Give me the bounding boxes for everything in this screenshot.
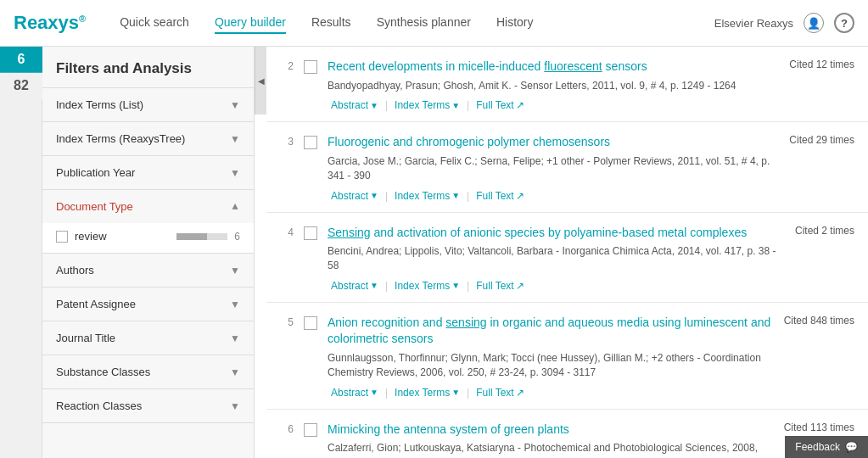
chevron-down-icon: ▼ xyxy=(451,101,460,110)
nav-query-builder[interactable]: Query builder xyxy=(215,12,286,34)
result-cited: Cited 29 times xyxy=(789,134,854,203)
nav-synthesis-planner[interactable]: Synthesis planner xyxy=(377,12,471,34)
nav-right: Elsevier Reaxys 👤 ? xyxy=(714,13,854,33)
result-title[interactable]: Mimicking the antenna system of green pl… xyxy=(328,422,774,438)
nav-quick-search[interactable]: Quick search xyxy=(120,12,189,34)
chevron-down-icon: ▼ xyxy=(451,281,460,290)
filter-authors-header[interactable]: Authors ▼ xyxy=(42,254,254,287)
result-checkbox[interactable] xyxy=(304,316,317,330)
external-link-icon: ↗ xyxy=(516,387,524,399)
result-cited: Cited 848 times xyxy=(784,315,854,400)
chevron-down-icon: ▼ xyxy=(230,99,240,111)
result-number: 4 xyxy=(280,225,294,293)
chevron-down-icon: ▼ xyxy=(230,299,240,310)
result-meta: Gunnlaugsson, Thorfinnur; Glynn, Mark; T… xyxy=(328,351,774,380)
result-checkbox[interactable] xyxy=(304,226,317,240)
full-text-button[interactable]: Full Text ↗ xyxy=(473,385,527,400)
abstract-button[interactable]: Abstract ▼ xyxy=(328,98,382,113)
filter-patent-assignee-header[interactable]: Patent Assignee ▼ xyxy=(42,288,254,321)
layout: 6 82 Filters and Analysis Index Terms (L… xyxy=(0,47,868,458)
chevron-down-icon: ▼ xyxy=(230,332,240,344)
result-authors: Calzaferri, Gion; Lutkouskaya, Katsiaryn… xyxy=(328,442,515,454)
chevron-down-icon: ▼ xyxy=(230,133,240,145)
filter-document-type-header[interactable]: Document Type ▼ xyxy=(42,190,254,223)
filter-publication-year-header[interactable]: Publication Year ▼ xyxy=(42,156,254,189)
abstract-button[interactable]: Abstract ▼ xyxy=(328,188,382,204)
result-cited: Cited 12 times xyxy=(789,59,854,113)
result-meta: Garcia, Jose M.; Garcia, Felix C.; Serna… xyxy=(328,154,779,183)
index-terms-button[interactable]: Index Terms ▼ xyxy=(391,98,463,113)
chevron-down-icon: ▼ xyxy=(230,265,240,276)
full-text-button[interactable]: Full Text ↗ xyxy=(473,188,527,204)
filter-index-terms-tree-header[interactable]: Index Terms (ReaxysTree) ▼ xyxy=(42,122,254,155)
result-number: 5 xyxy=(280,315,294,400)
count-tabs: 6 82 xyxy=(0,47,42,458)
chevron-down-icon: ▼ xyxy=(451,191,460,200)
filter-bar-review xyxy=(176,233,227,240)
result-authors: Garcia, Jose M.; Garcia, Felix C.; Serna… xyxy=(328,155,584,167)
result-actions: Abstract ▼ | Index Terms ▼ | Full Text ↗ xyxy=(328,98,779,113)
highlight: Sensing xyxy=(328,226,371,239)
abstract-button[interactable]: Abstract ▼ xyxy=(328,385,382,400)
result-authors: Bandyopadhyay, Prasun; Ghosh, Amit K. xyxy=(328,80,512,92)
filter-document-type-body: review 6 xyxy=(42,223,254,253)
filter-journal-title-header[interactable]: Journal Title ▼ xyxy=(42,321,254,355)
results-list: 2 Recent developments in micelle-induced… xyxy=(266,47,868,458)
chevron-down-icon: ▼ xyxy=(370,101,378,110)
count-tab-6[interactable]: 6 xyxy=(0,47,42,73)
result-authors: Gunnlaugsson, Thorfinnur; Glynn, Mark; T… xyxy=(328,352,694,364)
nav-user-label: Elsevier Reaxys xyxy=(714,17,793,30)
help-icon[interactable]: ? xyxy=(834,13,854,33)
abstract-button[interactable]: Abstract ▼ xyxy=(328,278,382,293)
chevron-down-icon: ▼ xyxy=(230,366,240,378)
filter-substance-classes: Substance Classes ▼ xyxy=(42,355,254,389)
result-source: Sensor Letters, 2011, vol. 9, # 4, p. 12… xyxy=(520,80,736,92)
result-checkbox[interactable] xyxy=(304,423,317,437)
index-terms-button[interactable]: Index Terms ▼ xyxy=(391,278,463,293)
nav-history[interactable]: History xyxy=(496,12,534,34)
table-row: 3 Fluorogenic and chromogenic polymer ch… xyxy=(266,122,868,212)
chevron-down-icon: ▼ xyxy=(370,191,378,200)
sidebar: Filters and Analysis Index Terms (List) … xyxy=(42,47,255,458)
result-body: Mimicking the antenna system of green pl… xyxy=(328,422,774,458)
result-checkbox[interactable] xyxy=(304,60,317,74)
feedback-button[interactable]: Feedback 💬 xyxy=(785,436,868,458)
feedback-icon: 💬 xyxy=(845,441,858,453)
result-title[interactable]: Recent developments in micelle-induced f… xyxy=(328,59,779,75)
nav-results[interactable]: Results xyxy=(311,12,351,34)
count-tab-82[interactable]: 82 xyxy=(0,73,42,99)
table-row: 4 Sensing and activation of anionic spec… xyxy=(266,213,868,303)
result-body: Fluorogenic and chromogenic polymer chem… xyxy=(328,134,779,203)
table-row: 6 Mimicking the antenna system of green … xyxy=(266,410,868,458)
sidebar-collapse-button[interactable]: ◀ xyxy=(255,47,266,114)
filter-index-terms-tree: Index Terms (ReaxysTree) ▼ xyxy=(42,122,254,156)
result-title[interactable]: Anion recognition and sensing in organic… xyxy=(328,315,774,348)
user-icon[interactable]: 👤 xyxy=(804,13,824,33)
full-text-button[interactable]: Full Text ↗ xyxy=(473,278,527,293)
highlight: sensing xyxy=(445,316,486,329)
filter-index-terms-list-header[interactable]: Index Terms (List) ▼ xyxy=(42,88,254,121)
result-title[interactable]: Fluorogenic and chromogenic polymer chem… xyxy=(328,134,779,151)
full-text-button[interactable]: Full Text ↗ xyxy=(473,98,527,113)
filter-index-terms-list: Index Terms (List) ▼ xyxy=(42,88,254,122)
result-checkbox[interactable] xyxy=(304,136,317,149)
external-link-icon: ↗ xyxy=(516,99,524,111)
table-row: 2 Recent developments in micelle-induced… xyxy=(266,47,868,122)
index-terms-button[interactable]: Index Terms ▼ xyxy=(391,385,463,400)
table-row: 5 Anion recognition and sensing in organ… xyxy=(266,303,868,410)
index-terms-button[interactable]: Index Terms ▼ xyxy=(391,188,463,204)
result-number: 6 xyxy=(280,422,294,458)
filter-document-type: Document Type ▼ review 6 xyxy=(42,190,254,254)
filter-reaction-classes-header[interactable]: Reaction Classes ▼ xyxy=(42,389,254,422)
sidebar-header: Filters and Analysis xyxy=(42,47,254,88)
chevron-down-icon: ▼ xyxy=(230,400,240,412)
chevron-down-icon: ▼ xyxy=(370,281,378,290)
chevron-down-icon: ▼ xyxy=(230,167,240,179)
result-actions: Abstract ▼ | Index Terms ▼ | Full Text ↗ xyxy=(328,188,779,204)
result-title[interactable]: Sensing and activation of anionic specie… xyxy=(328,225,785,242)
filter-publication-year: Publication Year ▼ xyxy=(42,156,254,190)
filter-checkbox-review[interactable] xyxy=(56,231,68,243)
external-link-icon: ↗ xyxy=(516,280,524,292)
filter-substance-classes-header[interactable]: Substance Classes ▼ xyxy=(42,355,254,388)
filter-authors: Authors ▼ xyxy=(42,254,254,288)
